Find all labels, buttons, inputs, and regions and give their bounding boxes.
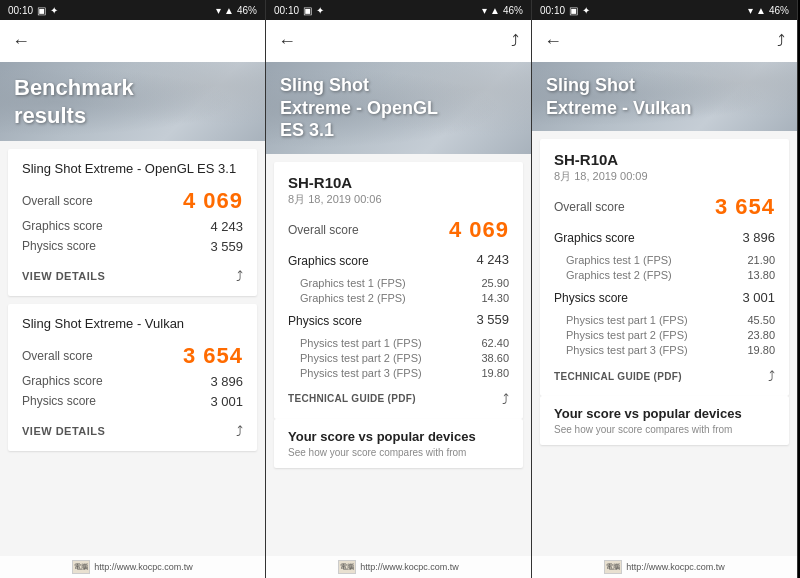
gfx-test1-val-2: 25.90 xyxy=(481,277,509,289)
graphics-label-1: Graphics score xyxy=(22,219,103,233)
view-details-label-1[interactable]: VIEW DETAILS xyxy=(22,270,105,282)
status-bar-left-3: 00:10 ▣ ✦ xyxy=(540,5,590,16)
phy-test1-val-2: 62.40 xyxy=(481,337,509,349)
notification-icon-2: ▣ xyxy=(303,5,312,16)
phy-test1-val-3: 45.50 xyxy=(747,314,775,326)
bench-card-detail-2: SH-R10A 8月 18, 2019 00:06 Overall score … xyxy=(274,162,523,419)
logo-box-1: 電腦 xyxy=(72,560,90,574)
watermark-text-2: 電腦 http://www.kocpc.com.tw xyxy=(338,560,459,574)
time-1: 00:10 xyxy=(8,5,33,16)
phy-test2-val-2: 38.60 xyxy=(481,352,509,364)
gfx-test2-row-2: Graphics test 2 (FPS) 14.30 xyxy=(288,292,509,304)
gfx-test1-val-3: 21.90 xyxy=(747,254,775,266)
content-area-2: SH-R10A 8月 18, 2019 00:06 Overall score … xyxy=(266,154,531,579)
physics-score-row-v1: Physics score 3 001 xyxy=(22,394,243,409)
share-button-3[interactable]: ⤴ xyxy=(777,32,785,50)
phy-test2-row-3: Physics test part 2 (FPS) 23.80 xyxy=(554,329,775,341)
status-bar-right-1: ▾ ▲ 46% xyxy=(216,5,257,16)
phone-panel-2: 00:10 ▣ ✦ ▾ ▲ 46% ← ⤴ Sling ShotExtreme … xyxy=(266,0,532,578)
overall-label-v1: Overall score xyxy=(22,349,93,363)
nav-bar-1: ← xyxy=(0,20,265,62)
watermark-3: 電腦 http://www.kocpc.com.tw xyxy=(532,556,797,578)
phy-test1-label-3: Physics test part 1 (FPS) xyxy=(566,314,688,326)
overall-value-3: 3 654 xyxy=(715,194,775,220)
content-area-3: SH-R10A 8月 18, 2019 00:09 Overall score … xyxy=(532,131,797,578)
time-3: 00:10 xyxy=(540,5,565,16)
content-area-1: Sling Shot Extreme - OpenGL ES 3.1 Overa… xyxy=(0,141,265,578)
watermark-url-3: http://www.kocpc.com.tw xyxy=(626,562,725,572)
card-title-vulkan-1: Sling Shot Extreme - Vulkan xyxy=(22,316,243,333)
view-details-label-v1[interactable]: VIEW DETAILS xyxy=(22,425,105,437)
share-icon-v1[interactable]: ⤴ xyxy=(236,423,243,439)
physics-score-row-1: Physics score 3 559 xyxy=(22,239,243,254)
status-bar-left-2: 00:10 ▣ ✦ xyxy=(274,5,324,16)
graphics-row-3: Graphics score 3 896 xyxy=(554,225,775,249)
graphics-label-v1: Graphics score xyxy=(22,374,103,388)
hero-section-3: Sling ShotExtreme - Vulkan xyxy=(532,62,797,131)
card-title-opengl-1: Sling Shot Extreme - OpenGL ES 3.1 xyxy=(22,161,243,178)
overall-value-v1: 3 654 xyxy=(183,343,243,369)
signal-icon-2: ▲ xyxy=(490,5,500,16)
signal-icon-1: ▲ xyxy=(224,5,234,16)
phy-test2-label-2: Physics test part 2 (FPS) xyxy=(300,352,422,364)
device-name-2: SH-R10A xyxy=(288,174,509,191)
bench-card-vulkan-1: Sling Shot Extreme - Vulkan Overall scor… xyxy=(8,304,257,451)
bluetooth-icon-2: ✦ xyxy=(316,5,324,16)
graphics-value-v1: 3 896 xyxy=(210,374,243,389)
status-bar-right-2: ▾ ▲ 46% xyxy=(482,5,523,16)
gfx-test2-row-3: Graphics test 2 (FPS) 13.80 xyxy=(554,269,775,281)
vs-title-3: Your score vs popular devices xyxy=(554,406,775,421)
wifi-icon-2: ▾ xyxy=(482,5,487,16)
gfx-test1-row-3: Graphics test 1 (FPS) 21.90 xyxy=(554,254,775,266)
phy-test3-val-2: 19.80 xyxy=(481,367,509,379)
share-button-2[interactable]: ⤴ xyxy=(511,32,519,50)
bench-card-opengl-1: Sling Shot Extreme - OpenGL ES 3.1 Overa… xyxy=(8,149,257,296)
phy-test1-row-2: Physics test part 1 (FPS) 62.40 xyxy=(288,337,509,349)
gfx-test1-row-2: Graphics test 1 (FPS) 25.90 xyxy=(288,277,509,289)
graphics-score-2: 4 243 xyxy=(476,252,509,267)
graphics-section-2: Graphics score xyxy=(288,254,369,268)
phy-test3-val-3: 19.80 xyxy=(747,344,775,356)
battery-2: 46% xyxy=(503,5,523,16)
share-icon-1[interactable]: ⤴ xyxy=(236,268,243,284)
battery-1: 46% xyxy=(237,5,257,16)
overall-label-1: Overall score xyxy=(22,194,93,208)
status-bar-left-1: 00:10 ▣ ✦ xyxy=(8,5,58,16)
watermark-text-1: 電腦 http://www.kocpc.com.tw xyxy=(72,560,193,574)
watermark-2: 電腦 http://www.kocpc.com.tw xyxy=(266,556,531,578)
overall-score-row-v1: Overall score 3 654 xyxy=(22,343,243,369)
view-details-row-1: VIEW DETAILS ⤴ xyxy=(22,262,243,284)
overall-row-2: Overall score 4 069 xyxy=(288,217,509,243)
graphics-section-3: Graphics score xyxy=(554,231,635,245)
pdf-share-icon-2[interactable]: ⤴ xyxy=(502,391,509,407)
graphics-row-2: Graphics score 4 243 xyxy=(288,248,509,272)
battery-3: 46% xyxy=(769,5,789,16)
vs-subtitle-2: See how your score compares with from xyxy=(288,447,509,458)
gfx-test1-label-3: Graphics test 1 (FPS) xyxy=(566,254,672,266)
hero-title-2: Sling ShotExtreme - OpenGLES 3.1 xyxy=(280,74,517,142)
notification-icon-1: ▣ xyxy=(37,5,46,16)
pdf-share-icon-3[interactable]: ⤴ xyxy=(768,368,775,384)
back-button-2[interactable]: ← xyxy=(278,31,296,52)
physics-value-1: 3 559 xyxy=(210,239,243,254)
watermark-url-2: http://www.kocpc.com.tw xyxy=(360,562,459,572)
hero-title-1: Benchmarkresults xyxy=(14,74,251,129)
view-details-row-v1: VIEW DETAILS ⤴ xyxy=(22,417,243,439)
signal-icon-3: ▲ xyxy=(756,5,766,16)
pdf-label-3[interactable]: TECHNICAL GUIDE (PDF) xyxy=(554,371,682,382)
back-button-1[interactable]: ← xyxy=(12,31,30,52)
graphics-score-3: 3 896 xyxy=(742,230,775,245)
back-button-3[interactable]: ← xyxy=(544,31,562,52)
phone-panel-1: 00:10 ▣ ✦ ▾ ▲ 46% ← Benchmarkresults Sli… xyxy=(0,0,266,578)
pdf-row-3: TECHNICAL GUIDE (PDF) ⤴ xyxy=(554,364,775,384)
phy-test2-row-2: Physics test part 2 (FPS) 38.60 xyxy=(288,352,509,364)
pdf-label-2[interactable]: TECHNICAL GUIDE (PDF) xyxy=(288,393,416,404)
bluetooth-icon-1: ✦ xyxy=(50,5,58,16)
status-bar-right-3: ▾ ▲ 46% xyxy=(748,5,789,16)
physics-row-2: Physics score 3 559 xyxy=(288,308,509,332)
device-date-2: 8月 18, 2019 00:06 xyxy=(288,192,509,207)
overall-value-1: 4 069 xyxy=(183,188,243,214)
graphics-score-row-1: Graphics score 4 243 xyxy=(22,219,243,234)
physics-row-3: Physics score 3 001 xyxy=(554,285,775,309)
overall-label-3: Overall score xyxy=(554,200,625,214)
